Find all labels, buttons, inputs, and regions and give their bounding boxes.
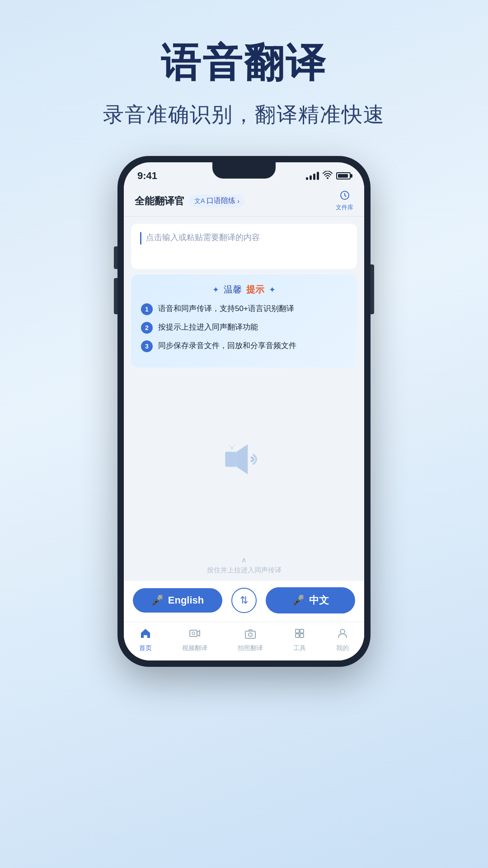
- nav-item-home[interactable]: 首页: [139, 627, 152, 652]
- svg-point-4: [229, 445, 230, 447]
- svg-rect-6: [190, 630, 197, 637]
- tips-header: ✦ 温馨 提示 ✦: [141, 283, 347, 296]
- oral-practice-badge[interactable]: 文A 口语陪练 ›: [189, 194, 245, 208]
- svg-rect-11: [300, 629, 304, 633]
- swap-icon: ⇅: [240, 594, 248, 606]
- chinese-voice-button[interactable]: 🎤 中文: [266, 587, 355, 613]
- text-input-area[interactable]: 点击输入或粘贴需要翻译的内容: [131, 224, 357, 269]
- page-title: 语音翻译: [0, 36, 488, 90]
- nav-label-home: 首页: [139, 644, 152, 652]
- app-header: 全能翻译官 文A 口语陪练 › 文件库: [124, 186, 364, 216]
- voice-buttons: 🎤 English ⇅ 🎤 中文: [124, 581, 364, 622]
- svg-point-3: [230, 447, 234, 450]
- nav-item-photo[interactable]: 拍照翻译: [238, 627, 263, 652]
- tips-title-warm: 温馨: [224, 283, 242, 296]
- tips-item-text-3: 同步保存录音文件，回放和分享音频文件: [158, 340, 296, 352]
- user-icon: [337, 627, 348, 642]
- mic-icon-chinese: 🎤: [292, 594, 305, 606]
- side-button-power: [371, 264, 374, 314]
- nav-item-video[interactable]: 视频翻译: [182, 627, 207, 652]
- svg-point-0: [327, 177, 328, 179]
- phone-screen: 9:41: [124, 162, 364, 660]
- svg-point-7: [192, 632, 195, 635]
- tips-num-3: 3: [141, 340, 153, 352]
- cursor: [140, 232, 141, 245]
- file-lib-icon: [340, 190, 350, 203]
- phone-notch: [212, 162, 276, 179]
- signal-icon: [306, 172, 319, 180]
- tips-item-2: 2 按提示上拉进入同声翻译功能: [141, 321, 347, 334]
- home-icon: [140, 627, 151, 642]
- translate-icon: 文A: [194, 197, 205, 205]
- chinese-label: 中文: [309, 594, 329, 607]
- svg-rect-13: [300, 634, 304, 637]
- video-icon: [189, 627, 201, 642]
- svg-rect-12: [296, 634, 299, 637]
- divider: [124, 216, 364, 217]
- oral-practice-text: 口语陪练: [206, 196, 235, 206]
- swipe-hint: ∧ 按住并上拉进入同声传译: [124, 551, 364, 581]
- phone-frame: 9:41: [117, 156, 371, 667]
- file-lib-button[interactable]: 文件库: [336, 190, 353, 212]
- nav-label-video: 视频翻译: [182, 644, 207, 652]
- chevron-right-icon: ›: [237, 198, 239, 205]
- speaker-icon: [221, 439, 267, 480]
- file-lib-text: 文件库: [336, 203, 353, 212]
- nav-label-tools: 工具: [293, 644, 306, 652]
- svg-point-14: [340, 629, 345, 634]
- status-icons: [306, 171, 351, 181]
- tools-icon: [294, 627, 305, 642]
- nav-label-me: 我的: [336, 644, 349, 652]
- english-label: English: [168, 594, 204, 606]
- page-header: 语音翻译 录音准确识别，翻译精准快速: [0, 0, 488, 129]
- camera-icon: [244, 627, 256, 642]
- tips-title-hint: 提示: [246, 283, 264, 296]
- swap-language-button[interactable]: ⇅: [231, 588, 257, 613]
- svg-point-5: [234, 444, 235, 446]
- mic-icon-english: 🎤: [151, 594, 164, 606]
- nav-item-me[interactable]: 我的: [336, 627, 349, 652]
- swipe-chevron-icon: ∧: [124, 556, 364, 564]
- side-button-volume-up: [114, 246, 117, 269]
- english-voice-button[interactable]: 🎤 English: [133, 588, 222, 613]
- app-title: 全能翻译官: [135, 194, 184, 208]
- nav-item-tools[interactable]: 工具: [293, 627, 306, 652]
- speaker-area: [124, 368, 364, 551]
- tips-num-2: 2: [141, 322, 153, 334]
- svg-rect-8: [245, 631, 255, 638]
- side-button-volume-down: [114, 278, 117, 314]
- tips-card: ✦ 温馨 提示 ✦ 1 语音和同声传译，支持50+语言识别翻译 2 按提示上拉进…: [131, 274, 357, 368]
- swipe-text: 按住并上拉进入同声传译: [124, 566, 364, 575]
- page-subtitle: 录音准确识别，翻译精准快速: [0, 101, 488, 129]
- battery-icon: [336, 172, 351, 179]
- tips-item-text-1: 语音和同声传译，支持50+语言识别翻译: [158, 303, 294, 315]
- nav-label-photo: 拍照翻译: [238, 644, 263, 652]
- wifi-icon: [323, 171, 333, 181]
- tips-item-3: 3 同步保存录音文件，回放和分享音频文件: [141, 340, 347, 352]
- star-icon-left: ✦: [212, 285, 219, 295]
- speaker-icon-wrapper: [217, 437, 271, 482]
- svg-rect-2: [225, 452, 236, 467]
- status-time: 9:41: [137, 170, 157, 182]
- tips-num-1: 1: [141, 303, 153, 315]
- input-placeholder: 点击输入或粘贴需要翻译的内容: [146, 232, 260, 243]
- svg-rect-10: [296, 629, 299, 633]
- tips-item-text-2: 按提示上拉进入同声翻译功能: [158, 321, 258, 333]
- header-left: 全能翻译官 文A 口语陪练 ›: [135, 194, 245, 208]
- phone-mockup: 9:41: [0, 156, 488, 667]
- star-icon-right: ✦: [269, 285, 276, 295]
- svg-point-9: [249, 633, 252, 637]
- tips-item-1: 1 语音和同声传译，支持50+语言识别翻译: [141, 303, 347, 315]
- bottom-nav: 首页 视频翻译: [124, 622, 364, 660]
